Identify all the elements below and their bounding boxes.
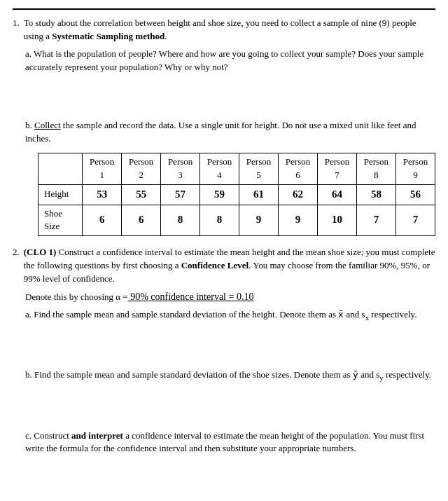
q2-confidence-bold: Confidence Level bbox=[181, 260, 248, 270]
q2-header: 2. (CLO 1) Construct a confidence interv… bbox=[13, 246, 435, 286]
height-p5: 61 bbox=[239, 184, 279, 205]
shoe-p7: 10 bbox=[317, 205, 356, 236]
height-p3: 57 bbox=[161, 184, 200, 205]
shoe-p6: 9 bbox=[279, 205, 318, 236]
q2-confidence-value: 90% confidence interval = 0.10 bbox=[128, 291, 254, 302]
q1-header: 1. To study about the correlation betwee… bbox=[13, 17, 435, 43]
q1-text-p2: . bbox=[164, 31, 167, 41]
data-table-wrapper: Person 1 Person 2 Person 3 Person 4 Pers… bbox=[38, 153, 435, 236]
q1a-text: What is the population of people? Where … bbox=[25, 48, 424, 72]
q1-sub-b: b. Collect the sample and record the dat… bbox=[25, 119, 435, 236]
q2c-bold: and interpret bbox=[71, 430, 123, 441]
q1b-label: b. bbox=[25, 120, 32, 130]
q2-sub-b: b. Find the sample mean and sample stand… bbox=[25, 369, 435, 383]
q2b-text-main: Find the sample mean and sample standard… bbox=[34, 369, 431, 380]
table-empty-header bbox=[38, 153, 83, 185]
q2-clo: (CLO 1) bbox=[24, 247, 57, 257]
height-p2: 55 bbox=[122, 184, 161, 205]
q2a-text-main: Find the sample mean and sample standard… bbox=[34, 309, 416, 320]
q1-bold: Systematic Sampling method bbox=[52, 31, 164, 41]
table-header-p8: Person 8 bbox=[356, 153, 396, 185]
height-p8: 58 bbox=[356, 184, 396, 205]
q2b-text: Find the sample mean and sample standard… bbox=[34, 369, 431, 380]
table-header-p7: Person 7 bbox=[317, 153, 356, 185]
top-border bbox=[13, 8, 435, 10]
question-2: 2. (CLO 1) Construct a confidence interv… bbox=[13, 246, 435, 501]
q2c-answer-space bbox=[13, 462, 435, 501]
height-label: Height bbox=[38, 184, 83, 205]
q2c-label: c. bbox=[25, 430, 31, 441]
q2-sub-a: a. Find the sample mean and sample stand… bbox=[25, 308, 435, 323]
data-table: Person 1 Person 2 Person 3 Person 4 Pers… bbox=[38, 153, 435, 236]
q2b-label: b. bbox=[25, 369, 32, 380]
table-row-shoe: Shoe Size 6 6 8 8 9 9 10 7 7 bbox=[38, 205, 435, 236]
q2c-text-p1: Construct bbox=[34, 430, 71, 441]
q2c-text: Construct and interpret a confidence int… bbox=[25, 430, 424, 454]
shoe-p2: 6 bbox=[122, 205, 161, 236]
shoe-p3: 8 bbox=[161, 205, 200, 236]
q1b-collect: Collect bbox=[34, 120, 61, 130]
table-header-p1: Person 1 bbox=[83, 153, 122, 185]
table-header-p6: Person 6 bbox=[279, 153, 318, 185]
question-1: 1. To study about the correlation betwee… bbox=[13, 17, 435, 236]
q1a-answer-space bbox=[13, 81, 435, 119]
table-header-p2: Person 2 bbox=[122, 153, 161, 185]
q1-number: 1. bbox=[13, 17, 20, 43]
q2a-text: Find the sample mean and sample standard… bbox=[34, 309, 416, 320]
shoe-p1: 6 bbox=[83, 205, 122, 236]
height-p9: 56 bbox=[396, 184, 435, 205]
q2-text: (CLO 1) Construct a confidence interval … bbox=[24, 246, 435, 286]
height-p6: 62 bbox=[279, 184, 318, 205]
q2-denote-text: Denote this by choosing α = bbox=[25, 291, 128, 302]
table-header-row: Person 1 Person 2 Person 3 Person 4 Pers… bbox=[38, 153, 435, 185]
shoe-p9: 7 bbox=[396, 205, 435, 236]
shoe-p8: 7 bbox=[356, 205, 396, 236]
q2-sub-c: c. Construct and interpret a confidence … bbox=[25, 430, 435, 456]
shoe-p4: 8 bbox=[200, 205, 239, 236]
table-header-p3: Person 3 bbox=[161, 153, 200, 185]
table-header-p5: Person 5 bbox=[239, 153, 279, 185]
height-p7: 64 bbox=[317, 184, 356, 205]
q1-sub-a: a. What is the population of people? Whe… bbox=[25, 48, 435, 74]
q1-text: To study about the correlation between h… bbox=[24, 17, 435, 43]
table-row-height: Height 53 55 57 59 61 62 64 58 56 bbox=[38, 184, 435, 205]
shoe-label: Shoe Size bbox=[38, 205, 83, 236]
q2b-answer-space bbox=[13, 391, 435, 430]
q1a-label: a. bbox=[25, 48, 31, 59]
q1b-intro-text: Collect the sample and record the data. … bbox=[25, 120, 416, 144]
q2a-answer-space bbox=[13, 330, 435, 369]
q2a-label: a. bbox=[25, 309, 31, 320]
table-header-p9: Person 9 bbox=[396, 153, 435, 185]
shoe-p5: 9 bbox=[239, 205, 279, 236]
height-p4: 59 bbox=[200, 184, 239, 205]
q2-denote-line: Denote this by choosing α = 90% confiden… bbox=[25, 290, 435, 304]
q2-number: 2. bbox=[13, 246, 20, 286]
table-header-p4: Person 4 bbox=[200, 153, 239, 185]
height-p1: 53 bbox=[83, 184, 122, 205]
q1b-text-rest: the sample and record the data. Use a si… bbox=[25, 120, 416, 144]
